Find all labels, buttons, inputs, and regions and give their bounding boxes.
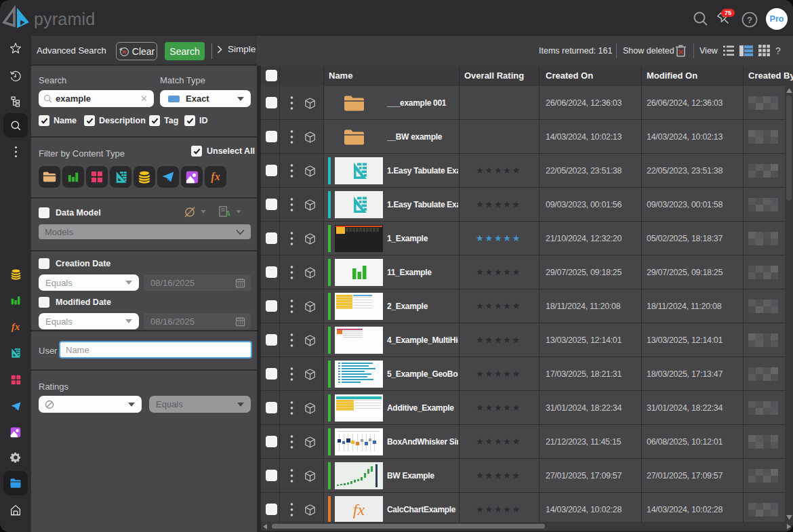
svg-text:?: ? bbox=[747, 15, 752, 25]
svg-text:A: A bbox=[225, 210, 230, 218]
